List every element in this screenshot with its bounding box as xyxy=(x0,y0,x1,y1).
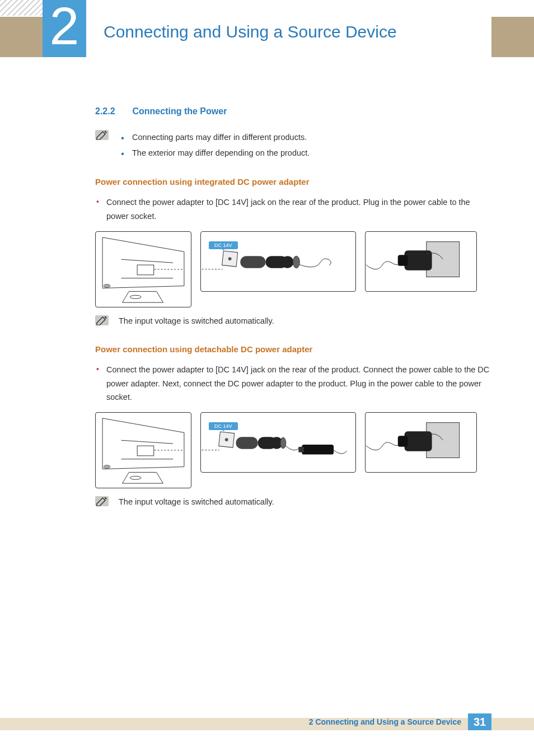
diagram-outlet-1 xyxy=(365,231,477,292)
page-number: 31 xyxy=(468,713,491,730)
section-title: Connecting the Power xyxy=(132,106,227,116)
sub1-para: Connect the power adapter to [DC 14V] ja… xyxy=(106,195,490,223)
content-area: 2.2.2 Connecting the Power Connecting pa… xyxy=(95,106,490,509)
intro-note-text: Connecting parts may differ in different… xyxy=(119,129,490,161)
svg-line-23 xyxy=(121,440,174,444)
sub2-bullet: Connect the power adapter to [DC 14V] ja… xyxy=(95,363,490,404)
diagram-monitor-2 xyxy=(95,412,191,488)
svg-point-9 xyxy=(228,257,232,260)
sub2-heading: Power connection using detachable DC pow… xyxy=(95,344,490,354)
diagram-adapter-2 xyxy=(200,412,356,473)
svg-point-30 xyxy=(280,437,286,449)
svg-marker-1 xyxy=(123,291,163,302)
svg-rect-31 xyxy=(302,445,334,455)
svg-point-26 xyxy=(225,438,228,441)
svg-point-3 xyxy=(104,284,110,287)
svg-rect-32 xyxy=(298,447,304,452)
footer: 2 Connecting and Using a Source Device 3… xyxy=(309,713,491,730)
chapter-number: 2 xyxy=(50,0,79,55)
sub2-para: Connect the power adapter to [DC 14V] ja… xyxy=(106,363,490,404)
decorative-hatch xyxy=(0,0,43,16)
sub1-footnote-row: The input voltage is switched automatica… xyxy=(95,314,490,328)
svg-point-2 xyxy=(130,295,141,298)
port-label-2: DC 14V xyxy=(209,422,238,430)
sub2-footnote-row: The input voltage is switched automatica… xyxy=(95,495,490,509)
section-heading: 2.2.2 Connecting the Power xyxy=(95,106,490,116)
intro-note: Connecting parts may differ in different… xyxy=(95,129,490,161)
bullet-icon xyxy=(95,195,106,223)
svg-point-20 xyxy=(104,465,110,469)
svg-rect-10 xyxy=(240,256,265,268)
intro-bullet-2: The exterior may differ depending on the… xyxy=(119,146,490,160)
chapter-number-box: 2 xyxy=(43,0,86,57)
diagram-row-2 xyxy=(95,412,490,488)
pencil-icon xyxy=(95,496,109,506)
port-label-1: DC 14V xyxy=(209,241,238,249)
intro-bullet-1: Connecting parts may differ in different… xyxy=(119,130,490,144)
sub2-footnote: The input voltage is switched automatica… xyxy=(119,495,490,509)
svg-point-13 xyxy=(293,256,300,268)
sub1-bullet: Connect the power adapter to [DC 14V] ja… xyxy=(95,195,490,223)
section-number: 2.2.2 xyxy=(95,106,130,116)
svg-rect-35 xyxy=(398,436,408,447)
svg-line-6 xyxy=(121,259,174,263)
diagram-adapter-1 xyxy=(200,231,356,292)
diagram-outlet-2 xyxy=(365,412,477,473)
svg-rect-4 xyxy=(137,265,154,275)
diagram-monitor-1 xyxy=(95,231,191,307)
intro-bullet-list: Connecting parts may differ in different… xyxy=(119,130,490,160)
svg-point-19 xyxy=(130,476,141,479)
sub1-footnote: The input voltage is switched automatica… xyxy=(119,314,490,328)
svg-point-12 xyxy=(282,256,294,268)
sub1-heading: Power connection using integrated DC pow… xyxy=(95,177,490,186)
svg-marker-18 xyxy=(123,473,163,484)
footer-text: 2 Connecting and Using a Source Device xyxy=(309,717,461,726)
pencil-icon xyxy=(95,315,109,325)
diagram-row-1 xyxy=(95,231,490,307)
pencil-icon xyxy=(95,130,109,140)
chapter-title: Connecting and Using a Source Device xyxy=(104,22,397,41)
svg-rect-16 xyxy=(398,255,408,266)
page: 2 Connecting and Using a Source Device 2… xyxy=(0,0,534,756)
bullet-icon xyxy=(95,363,106,404)
svg-rect-27 xyxy=(236,437,257,449)
svg-rect-21 xyxy=(137,446,154,456)
